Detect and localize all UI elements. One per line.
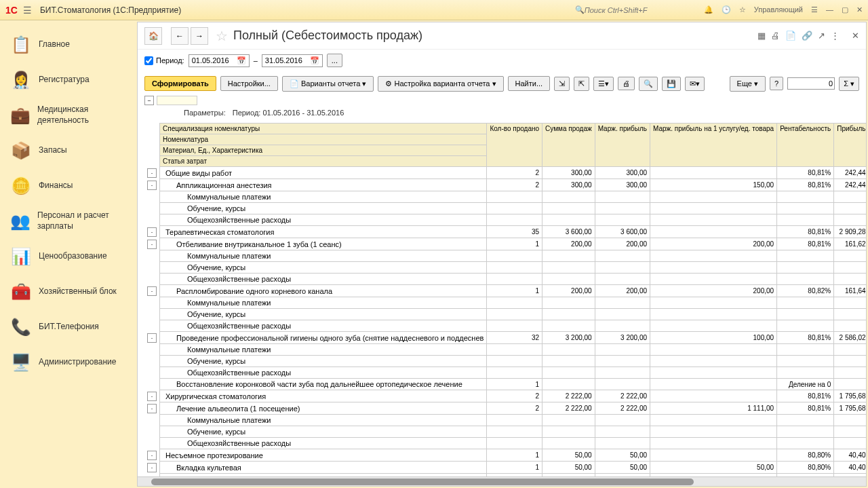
date-from[interactable]: 01.05.2016📅 (189, 54, 250, 67)
table-row[interactable]: - Несъемное протезирование 1 50,00 50,00… (144, 449, 866, 462)
scroll-thumb[interactable] (151, 478, 694, 485)
period-checkbox[interactable]: Период: (144, 56, 184, 65)
expand-icon[interactable]: - (147, 240, 157, 249)
user-label[interactable]: Управляющий (754, 5, 803, 14)
nav-item-4[interactable]: 🪙Финансы (0, 168, 136, 204)
minimize-icon[interactable]: — (826, 5, 833, 14)
forward-button[interactable]: → (191, 27, 208, 45)
home-button[interactable]: 🏠 (144, 27, 162, 45)
table-row[interactable]: Обучение, курсы 6,39 6,39 (144, 309, 866, 320)
star-icon[interactable]: ☆ (739, 5, 746, 14)
more-button[interactable]: Еще ▾ (730, 76, 766, 92)
nav-item-7[interactable]: 🧰Хозяйственный блок (0, 274, 136, 309)
table-row[interactable]: - Отбеливание внутриканальное 1 зуба (1 … (144, 238, 866, 250)
global-search[interactable]: 🔍 (571, 4, 690, 16)
variant-setup-button[interactable]: ⚙ Настройка варианта отчета ▾ (378, 76, 503, 92)
printer-icon[interactable]: 🖨 (771, 31, 780, 41)
table-row[interactable]: Общехозяйственные расходы 28,78 28,78 (144, 214, 866, 226)
title-icons: 🔔 🕒 ☆ Управляющий ☰ — ▢ ✕ (704, 5, 863, 14)
expand-button[interactable]: ⇲ (554, 77, 570, 91)
table-row[interactable]: - Лечение альвеолита (1 посещение) 2 2 2… (144, 402, 866, 415)
table-row[interactable]: Обучение, курсы 6,40 6,40 (144, 262, 866, 274)
doc-icon[interactable]: 📄 (785, 31, 796, 41)
table-row[interactable]: Коммунальные платежи 12,79 12,79 (144, 250, 866, 262)
nav-label: Ценообразование (39, 251, 107, 262)
expand-icon[interactable]: - (147, 286, 157, 296)
help-button[interactable]: ? (770, 77, 783, 90)
table-row[interactable]: - Проведение профессиональной гигиены од… (144, 332, 866, 344)
table-row[interactable]: Коммунальные платежи 12,79 12,79 (144, 297, 866, 309)
table-row[interactable]: Общехозяйственные расходы 19,18 19,18 (144, 320, 866, 332)
hamburger-icon[interactable]: ☰ (23, 5, 32, 16)
nav-icon: 💼 (10, 105, 31, 126)
horizontal-scrollbar[interactable] (138, 476, 866, 486)
close-tab-icon[interactable]: ✕ (852, 31, 859, 41)
menu-dots-icon[interactable]: ⋮ (831, 31, 840, 41)
table-row[interactable]: - Общие виды работ 2 300,00 300,00 80,81… (144, 167, 866, 179)
table-row[interactable]: Восстановление коронковой части зуба под… (144, 379, 866, 390)
nav-item-1[interactable]: 👩‍⚕️Регистратура (0, 62, 136, 98)
calendar-icon[interactable]: 📅 (310, 56, 319, 65)
find-button[interactable]: Найти... (508, 76, 551, 91)
link-icon[interactable]: 🔗 (802, 31, 812, 41)
save-button[interactable]: 💾 (662, 77, 681, 91)
nav-item-9[interactable]: 🖥️Администрирование (0, 345, 136, 380)
logo-1c: 1C (5, 5, 18, 16)
table-row[interactable]: Коммунальные платежи 142,11 142,11 (144, 415, 866, 426)
variants-button[interactable]: 📄 Варианты отчета ▾ (282, 76, 374, 92)
expand-icon[interactable]: - (147, 333, 157, 343)
expand-icon[interactable]: - (147, 227, 157, 237)
collapse-all-icon[interactable]: − (144, 96, 154, 105)
close-icon[interactable]: ✕ (856, 5, 863, 14)
back-button[interactable]: ← (171, 27, 189, 45)
table-row[interactable]: - Терапевтическая стоматология 35 3 600,… (144, 226, 866, 238)
table-row[interactable]: Коммунальные платежи 19,19 19,19 (144, 191, 866, 203)
external-icon[interactable]: ↗ (818, 31, 825, 41)
expand-icon[interactable]: - (147, 168, 157, 178)
expand-icon[interactable]: - (147, 392, 157, 401)
sigma-button[interactable]: Σ ▾ (839, 77, 859, 91)
nav-item-8[interactable]: 📞БИТ.Телефония (0, 309, 136, 345)
collapse-button[interactable]: ⇱ (574, 77, 589, 91)
expand-icon[interactable]: - (147, 181, 157, 190)
report-area[interactable]: − Параметры: Период: 01.05.2016 - 31.05.… (138, 96, 866, 476)
history-icon[interactable]: 🕒 (722, 5, 731, 14)
nav-item-2[interactable]: 💼Медицинская деятельность (0, 98, 136, 133)
expand-icon[interactable]: - (147, 404, 157, 413)
table-row[interactable]: Общехозяйственные расходы 213,16 213,16 (144, 438, 866, 449)
table-row[interactable]: - Распломбирование одного корневого кана… (144, 285, 866, 297)
settings-button[interactable]: Настройки... (220, 76, 278, 91)
favorite-star-icon[interactable]: ☆ (216, 28, 228, 44)
calendar-icon[interactable]: 📅 (237, 56, 246, 65)
preview-button[interactable]: 🔍 (639, 77, 658, 91)
table-row[interactable]: - Хирургическая стоматология 2 2 222,00 … (144, 390, 866, 402)
search-input[interactable] (585, 6, 686, 14)
table-row[interactable]: Коммунальные платежи 204,66 204,66 (144, 344, 866, 356)
table-row[interactable]: - Вкладка культевая 1 50,00 50,00 50,00 … (144, 462, 866, 474)
table-row[interactable]: Обучение, курсы 102,33 102,33 (144, 356, 866, 367)
email-button[interactable]: ✉▾ (685, 77, 705, 91)
date-to[interactable]: 31.05.2016📅 (262, 54, 323, 67)
nav-item-0[interactable]: 📋Главное (0, 27, 136, 62)
bell-icon[interactable]: 🔔 (704, 5, 713, 14)
expand-icon[interactable]: - (147, 451, 157, 460)
nav-icon: 📞 (10, 316, 32, 338)
expand-icon[interactable]: - (147, 463, 157, 472)
table-row[interactable]: - Аппликационная анестезия 2 300,00 300,… (144, 179, 866, 191)
nav-label: Персонал и расчет зарплаты (37, 210, 125, 231)
table-row[interactable]: Обучение, курсы 71,05 71,05 (144, 426, 866, 438)
table-row[interactable]: Общехозяйственные расходы 306,99 306,99 (144, 367, 866, 379)
period-more-button[interactable]: ... (327, 54, 342, 67)
print-button[interactable]: 🖨 (618, 77, 635, 90)
maximize-icon[interactable]: ▢ (842, 5, 848, 14)
nav-item-3[interactable]: 📦Запасы (0, 133, 136, 168)
zero-input[interactable] (787, 77, 835, 90)
filter-icon[interactable]: ☰ (811, 5, 818, 14)
table-row[interactable]: Обучение, курсы 9,59 9,59 (144, 203, 866, 214)
tree-button[interactable]: ☰▾ (593, 77, 614, 91)
table-row[interactable]: Общехозяйственные расходы 19,19 19,19 (144, 274, 866, 285)
print-icon[interactable]: ▦ (757, 31, 766, 41)
form-button[interactable]: Сформировать (144, 76, 216, 91)
nav-item-6[interactable]: 📊Ценообразование (0, 239, 136, 274)
nav-item-5[interactable]: 👥Персонал и расчет зарплаты (0, 204, 136, 239)
